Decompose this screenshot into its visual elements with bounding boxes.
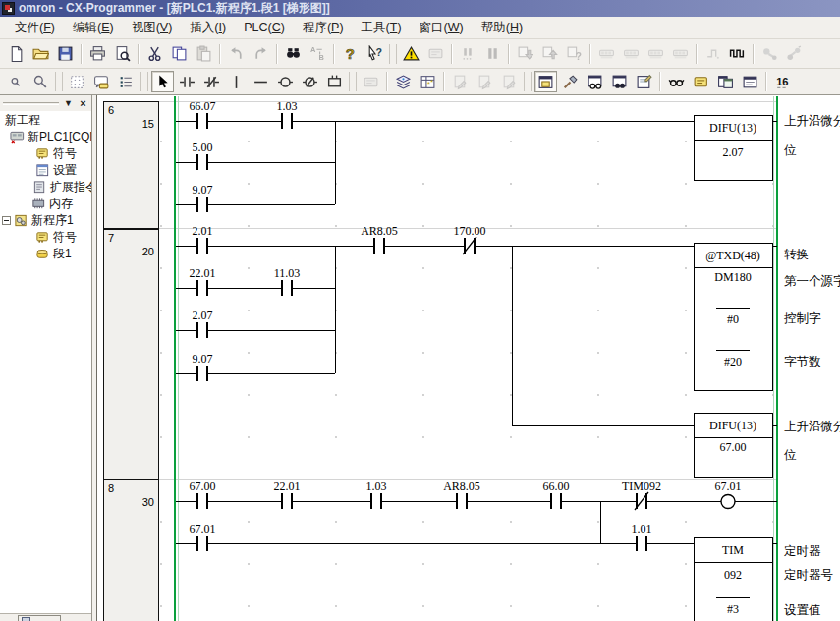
cross-reference-button[interactable] [608,71,631,92]
tree-item-plc-symbols[interactable]: 符号 [0,145,91,162]
new-file-button[interactable] [5,43,28,65]
compile-all-button[interactable] [400,43,422,65]
cut-icon [146,45,163,62]
app-icon [2,2,15,15]
menu-5[interactable]: PLC(C) [235,19,294,36]
coil-icon [277,74,294,90]
program-view-button[interactable] [392,71,415,92]
instruction-TIM[interactable]: TIM092#3 [695,538,773,621]
rung-header-7[interactable]: 720 [104,230,159,480]
rung-header-6[interactable]: 615 [104,102,159,229]
stack-icon [395,74,412,90]
toolbar-separator [659,72,661,91]
watch-window-button[interactable] [584,71,606,92]
contact-label: AR8.05 [443,480,480,493]
menu-7[interactable]: 工具(T) [353,18,411,38]
output-window-button[interactable] [739,71,761,92]
tree-expander-icon[interactable] [2,216,11,225]
compile-program-button[interactable] [559,71,582,92]
horizontal-line-tool-button[interactable] [250,71,272,92]
menu-8[interactable]: 窗口(W) [411,18,473,38]
select-tool-button[interactable] [151,71,174,92]
copy-icon [171,45,188,62]
contact-label: 66.07 [190,99,216,113]
mode-debug-button [620,43,643,65]
program1-icon [14,213,28,228]
toolbar-separator [753,44,755,64]
save-project-button[interactable] [54,43,77,65]
mnemonic-view-button[interactable]: ** [417,71,439,92]
new-closed-contact-button[interactable] [200,71,223,92]
menu-9[interactable]: 帮助(H) [473,18,532,38]
monitoring-button[interactable] [665,71,688,92]
help-button[interactable]: ? [339,43,362,65]
vertical-line-tool-button[interactable] [225,71,248,92]
find-button[interactable] [282,43,305,65]
gdev-icon [363,74,379,90]
upload-from-plc-button [538,43,561,65]
tree-item-section1[interactable]: 段1 [0,246,91,262]
project-tab[interactable] [18,615,61,621]
instruction-DIFU(13)[interactable]: DIFU(13)2.07 [695,116,773,181]
tree-item-program1-symbols[interactable]: 符号 [0,229,91,246]
menu-4[interactable]: 插入(I) [181,18,235,38]
rung-comment: 定时器 [784,544,821,558]
plc-settings-icon [35,163,50,178]
show-comments-button[interactable] [90,71,113,92]
toggle-workspace-button[interactable] [534,71,557,92]
instruction-title: @TXD(48) [705,249,760,262]
new-contact-button[interactable] [176,71,198,92]
workspace-close-button[interactable]: × [77,97,89,109]
print-preview-button[interactable] [111,43,134,65]
tree-item-expansion-instructions[interactable]: 扩展指令 [0,179,91,196]
new-instruction-button[interactable] [323,71,346,92]
toggle-grid-button[interactable] [66,71,88,92]
svg-text:?: ? [346,46,355,62]
tree-label: 新PLC1[CQM1] [25,129,91,145]
tree-item-plc-memory[interactable]: 内存 [0,196,91,212]
zoom-out-button[interactable] [5,71,28,92]
show-rung-annotation-button[interactable] [115,71,138,92]
hex-monitor-button[interactable]: 16 [771,71,794,92]
new-closed-coil-button[interactable] [299,71,321,92]
menu-6[interactable]: 程序(P) [294,18,353,38]
mnem-icon: ** [420,74,436,90]
zoom-in-button[interactable] [29,71,52,92]
ibox-icon [326,74,343,90]
tree-item-plc-node[interactable]: 新PLC1[CQM1] [0,129,91,145]
print-button[interactable] [86,43,109,65]
instruction-@TXD(48)[interactable]: @TXD(48)DM180#0#20 [695,244,773,391]
instruction-DIFU(13)[interactable]: DIFU(13)67.00 [695,414,773,478]
tree-item-program1[interactable]: 新程序1 [0,212,91,229]
io-comment-view-button[interactable] [690,71,712,92]
expansion-instructions-icon [32,180,47,195]
new-coil-button[interactable] [274,71,297,92]
menu-2[interactable]: 编辑(E) [64,18,123,38]
show-properties-button[interactable] [633,71,655,92]
workspace-grip[interactable] [3,102,59,105]
cut-button[interactable] [143,43,166,65]
ladder-editor: 61566.071.035.009.07DIFU(13)2.07上升沿微分位72… [96,95,840,621]
menu-3[interactable]: 视图(V) [123,18,182,38]
rung-header-8[interactable]: 830 [104,480,159,621]
time-chart-monitor-button[interactable] [726,43,749,65]
undo-icon [228,45,245,62]
contact-label: 5.00 [193,141,213,154]
diff-window-button[interactable] [714,71,737,92]
copy-button[interactable] [168,43,191,65]
svg-text:?: ? [376,46,382,58]
invert-tool-button [360,71,382,92]
ladder-diagram: 61566.071.035.009.07DIFU(13)2.07上升沿微分位72… [97,95,840,621]
context-help-button[interactable]: ? [364,43,386,65]
rung-comment: 设置值 [784,603,821,617]
workspace-header: ▼ × [0,95,91,111]
mode-monitor-button [644,43,667,65]
menu-1[interactable]: 文件(F) [6,18,64,38]
client-area: ▼ × 新工程新PLC1[CQM1]符号设置扩展指令内存新程序1符号段1 615… [0,95,840,621]
workspace-dropdown-button[interactable]: ▼ [62,97,75,109]
tree-item-plc-settings[interactable]: 设置 [0,162,91,179]
open-project-button[interactable] [29,43,52,65]
cx-programmer-window: omron - CX-Programmer - [新PLC1.新程序1.段1 [… [0,0,840,621]
down-icon [517,45,533,62]
tree-item-project-root[interactable]: 新工程 [0,112,91,129]
